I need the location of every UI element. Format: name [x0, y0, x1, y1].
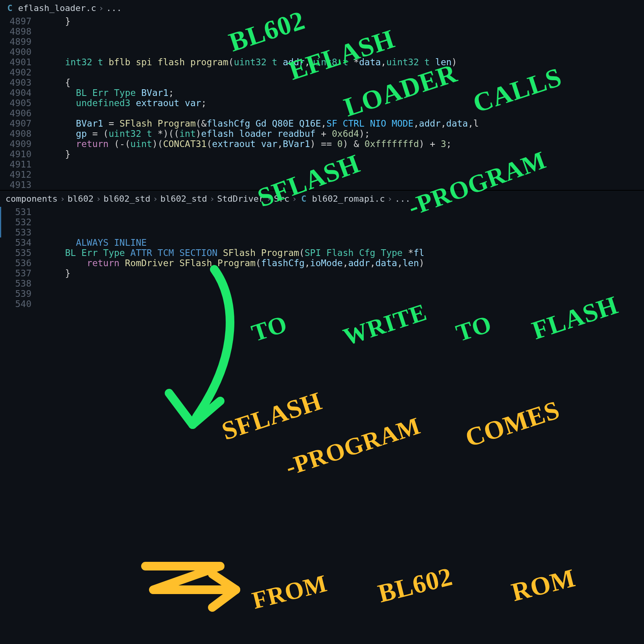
code-line[interactable]: 4906	[0, 108, 644, 118]
code-line[interactable]: 4902	[0, 67, 644, 77]
breadcrumb-segment[interactable]: bl602	[68, 194, 94, 204]
code-line[interactable]: 540	[0, 299, 644, 309]
breadcrumb-segment[interactable]: components	[6, 194, 57, 204]
line-number: 4897	[0, 16, 43, 26]
top-editor-pane: C eflash_loader.c › ... 4897 }4898489949…	[0, 0, 644, 190]
code-content[interactable]	[43, 26, 644, 37]
line-number: 537	[0, 268, 43, 278]
code-line[interactable]: 4903 {	[0, 77, 644, 88]
line-number: 4901	[0, 57, 43, 67]
breadcrumb-file[interactable]: eflash_loader.c	[18, 3, 96, 13]
code-area-top[interactable]: 4897 }4898489949004901 int32_t bflb_spi_…	[0, 16, 644, 190]
line-number: 4910	[0, 149, 43, 159]
code-area-bottom[interactable]: 531532533534 __ALWAYS_INLINE535 BL_Err_T…	[0, 207, 644, 309]
code-content[interactable]	[43, 217, 644, 227]
note-to2: TO	[453, 310, 495, 347]
note-rom: ROM	[508, 563, 578, 607]
line-number: 4902	[0, 67, 43, 77]
c-file-icon: C	[300, 195, 308, 203]
code-content[interactable]	[43, 180, 644, 190]
bottom-editor-pane: components›bl602›bl602_std›bl602_std›Std…	[0, 191, 644, 309]
code-content[interactable]	[43, 278, 644, 289]
breadcrumb-bottom[interactable]: components›bl602›bl602_std›bl602_std›Std…	[0, 191, 644, 207]
chevron-right-icon: ›	[210, 194, 215, 204]
note-to1: TO	[248, 310, 291, 347]
code-line[interactable]: 531	[0, 207, 644, 217]
code-content[interactable]: }	[43, 149, 644, 159]
code-content[interactable]: }	[43, 268, 644, 278]
code-content[interactable]	[43, 108, 644, 118]
breadcrumb-top[interactable]: C eflash_loader.c › ...	[0, 0, 644, 16]
code-content[interactable]: int32_t bflb_spi_flash_program(uint32_t …	[43, 57, 644, 67]
code-content[interactable]	[43, 159, 644, 169]
breadcrumb-segment[interactable]: bl602_std	[103, 194, 150, 204]
breadcrumb-more[interactable]: ...	[395, 194, 410, 204]
code-content[interactable]	[43, 169, 644, 180]
code-content[interactable]: BL_Err_Type BVar1;	[43, 88, 644, 98]
code-line[interactable]: 536 return RomDriver_SFlash_Program(flas…	[0, 258, 644, 268]
line-number: 532	[0, 217, 43, 227]
note-bl6022: BL602	[375, 561, 456, 609]
line-number: 536	[0, 258, 43, 268]
code-line[interactable]: 535 BL_Err_Type ATTR_TCM_SECTION SFlash_…	[0, 248, 644, 258]
code-line[interactable]: 4905 undefined3 extraout_var;	[0, 98, 644, 108]
code-line[interactable]: 4901 int32_t bflb_spi_flash_program(uint…	[0, 57, 644, 67]
breadcrumb-segment[interactable]: Src	[274, 194, 290, 204]
code-line[interactable]: 4913	[0, 180, 644, 190]
code-line[interactable]: 537 }	[0, 268, 644, 278]
code-content[interactable]: BL_Err_Type ATTR_TCM_SECTION SFlash_Prog…	[43, 248, 644, 258]
code-line[interactable]: 532	[0, 217, 644, 227]
line-number: 4913	[0, 180, 43, 190]
code-line[interactable]: 534 __ALWAYS_INLINE	[0, 237, 644, 248]
note-comes: COMES	[462, 395, 563, 453]
chevron-right-icon: ›	[387, 194, 392, 204]
chevron-right-icon: ›	[292, 194, 297, 204]
code-content[interactable]: undefined3 extraout_var;	[43, 98, 644, 108]
chevron-right-icon: ›	[99, 3, 104, 13]
code-line[interactable]: 4911	[0, 159, 644, 169]
code-content[interactable]: __ALWAYS_INLINE	[43, 237, 644, 248]
code-content[interactable]	[43, 37, 644, 47]
note-program2: -PROGRAM	[282, 412, 424, 481]
code-content[interactable]	[43, 67, 644, 77]
code-line[interactable]: 4897 }	[0, 16, 644, 26]
code-content[interactable]	[43, 227, 644, 237]
line-number: 538	[0, 278, 43, 289]
code-content[interactable]	[43, 289, 644, 299]
line-number: 531	[0, 207, 43, 217]
breadcrumb-segment[interactable]: bl602_std	[160, 194, 207, 204]
line-number: 4906	[0, 108, 43, 118]
code-content[interactable]: gp = (uint32_t *)((int)eflash_loader_rea…	[43, 129, 644, 139]
code-content[interactable]	[43, 207, 644, 217]
line-number: 4904	[0, 88, 43, 98]
code-content[interactable]: }	[43, 16, 644, 26]
code-content[interactable]	[43, 47, 644, 57]
code-line[interactable]: 539	[0, 289, 644, 299]
code-content[interactable]: return (-(uint)(CONCAT31(extraout_var,BV…	[43, 139, 644, 149]
line-number: 539	[0, 289, 43, 299]
line-number: 4909	[0, 139, 43, 149]
line-number: 4899	[0, 37, 43, 47]
code-line[interactable]: 4899	[0, 37, 644, 47]
code-content[interactable]: {	[43, 77, 644, 88]
code-line[interactable]: 4910 }	[0, 149, 644, 159]
line-number: 4898	[0, 26, 43, 37]
code-line[interactable]: 4912	[0, 169, 644, 180]
code-line[interactable]: 4900	[0, 47, 644, 57]
code-line[interactable]: 538	[0, 278, 644, 289]
code-content[interactable]	[43, 299, 644, 309]
code-line[interactable]: 4908 gp = (uint32_t *)((int)eflash_loade…	[0, 129, 644, 139]
code-line[interactable]: 533	[0, 227, 644, 237]
note-from: FROM	[249, 569, 330, 615]
code-line[interactable]: 4907 BVar1 = SFlash_Program(&flashCfg_Gd…	[0, 118, 644, 129]
breadcrumb-segment[interactable]: StdDriver	[217, 194, 264, 204]
breadcrumb-file[interactable]: bl602_romapi.c	[312, 194, 385, 204]
code-line[interactable]: 4909 return (-(uint)(CONCAT31(extraout_v…	[0, 139, 644, 149]
line-number: 4900	[0, 47, 43, 57]
code-content[interactable]: return RomDriver_SFlash_Program(flashCfg…	[43, 258, 644, 268]
chevron-right-icon: ›	[266, 194, 271, 204]
breadcrumb-more[interactable]: ...	[106, 3, 122, 13]
code-line[interactable]: 4898	[0, 26, 644, 37]
code-content[interactable]: BVar1 = SFlash_Program(&flashCfg_Gd_Q80E…	[43, 118, 644, 129]
code-line[interactable]: 4904 BL_Err_Type BVar1;	[0, 88, 644, 98]
